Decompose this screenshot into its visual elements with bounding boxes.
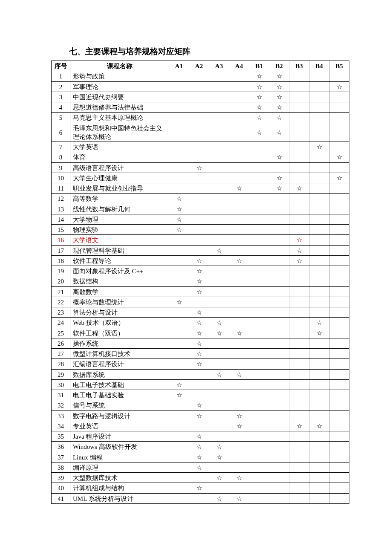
row-number: 1 — [52, 71, 70, 81]
mark-cell — [189, 390, 209, 400]
mark-cell — [329, 286, 349, 297]
mark-cell — [229, 307, 249, 318]
col-header: B3 — [289, 61, 309, 71]
mark-cell — [189, 421, 209, 431]
row-number: 16 — [52, 235, 70, 245]
mark-cell: ☆ — [309, 421, 329, 431]
mark-cell — [169, 266, 189, 276]
row-number: 36 — [52, 442, 70, 452]
mark-cell — [229, 286, 249, 297]
mark-cell: ☆ — [189, 349, 209, 359]
table-row: 21离散数学☆ — [52, 286, 349, 297]
mark-cell — [309, 390, 329, 400]
table-row: 13线性代数与解析几何☆ — [52, 204, 349, 214]
course-name: 大型数据库技术 — [70, 473, 169, 483]
mark-cell — [229, 276, 249, 286]
mark-cell — [309, 286, 329, 297]
mark-cell: ☆ — [209, 493, 229, 503]
table-row: 11职业发展与就业创业指导☆☆☆ — [52, 183, 349, 194]
table-row: 6毛泽东思想和中国特色社会主义理论体系概论☆☆ — [52, 123, 349, 142]
mark-cell: ☆ — [189, 483, 209, 493]
course-name: 大学物理 — [70, 214, 169, 224]
mark-cell — [189, 194, 209, 204]
mark-cell — [189, 102, 209, 113]
mark-cell — [169, 431, 189, 442]
mark-cell — [249, 473, 269, 483]
table-row: 18软件工程导论☆☆☆ — [52, 255, 349, 266]
course-name: Windows 高级软件开发 — [70, 442, 169, 452]
mark-cell — [189, 71, 209, 81]
mark-cell: ☆ — [269, 173, 289, 183]
mark-cell — [169, 359, 189, 369]
table-row: 32信号与系统☆ — [52, 400, 349, 410]
row-number: 19 — [52, 266, 70, 276]
mark-cell: ☆ — [269, 113, 289, 123]
mark-cell — [289, 462, 309, 472]
col-header: B1 — [249, 61, 269, 71]
mark-cell — [249, 493, 269, 503]
mark-cell: ☆ — [169, 390, 189, 400]
mark-cell — [169, 442, 189, 452]
table-row: 35Java 程序设计☆ — [52, 431, 349, 442]
table-row: 26操作系统☆ — [52, 338, 349, 348]
mark-cell — [209, 92, 229, 102]
mark-cell — [169, 113, 189, 123]
mark-cell — [169, 421, 189, 431]
course-name: 体育 — [70, 152, 169, 162]
mark-cell — [309, 462, 329, 472]
mark-cell — [309, 452, 329, 462]
row-number: 27 — [52, 349, 70, 359]
mark-cell — [309, 255, 329, 266]
mark-cell — [209, 307, 229, 318]
mark-cell — [289, 194, 309, 204]
page: 七、主要课程与培养规格对应矩阵 序号课程名称A1A2A3A4B1B2B3B4B5… — [0, 0, 392, 555]
mark-cell — [289, 359, 309, 369]
mark-cell: ☆ — [189, 162, 209, 173]
course-name: 汇编语言程序设计 — [70, 359, 169, 369]
mark-cell — [329, 183, 349, 194]
table-row: 9高级语言程序设计☆ — [52, 162, 349, 173]
mark-cell — [309, 102, 329, 113]
mark-cell — [209, 400, 229, 410]
mark-cell: ☆ — [169, 194, 189, 204]
row-number: 24 — [52, 318, 70, 328]
table-row: 40计算机组成与结构☆ — [52, 483, 349, 493]
mark-cell — [269, 162, 289, 173]
mark-cell — [209, 297, 229, 307]
mark-cell — [229, 431, 249, 442]
table-row: 31电工电子基础实验☆ — [52, 390, 349, 400]
mark-cell — [289, 442, 309, 452]
mark-cell — [309, 483, 329, 493]
mark-cell — [329, 276, 349, 286]
row-number: 35 — [52, 431, 70, 442]
mark-cell — [269, 266, 289, 276]
mark-cell — [329, 142, 349, 152]
mark-cell: ☆ — [289, 255, 309, 266]
table-row: 16大学语文☆ — [52, 235, 349, 245]
mark-cell — [169, 152, 189, 162]
mark-cell — [289, 390, 309, 400]
row-number: 21 — [52, 286, 70, 297]
mark-cell — [269, 390, 289, 400]
mark-cell — [229, 338, 249, 348]
mark-cell: ☆ — [189, 410, 209, 421]
mark-cell — [169, 307, 189, 318]
mark-cell — [209, 225, 229, 235]
mark-cell — [289, 328, 309, 338]
mark-cell — [209, 276, 229, 286]
table-row: 37Linux 编程☆☆ — [52, 452, 349, 462]
mark-cell — [229, 297, 249, 307]
mark-cell — [309, 194, 329, 204]
mark-cell — [249, 255, 269, 266]
row-number: 26 — [52, 338, 70, 348]
mark-cell — [269, 379, 289, 390]
mark-cell — [169, 142, 189, 152]
mark-cell — [289, 318, 309, 328]
mark-cell — [289, 162, 309, 173]
mark-cell: ☆ — [189, 307, 209, 318]
mark-cell: ☆ — [189, 266, 209, 276]
mark-cell: ☆ — [189, 318, 209, 328]
row-number: 11 — [52, 183, 70, 194]
mark-cell: ☆ — [229, 183, 249, 194]
row-number: 4 — [52, 102, 70, 113]
